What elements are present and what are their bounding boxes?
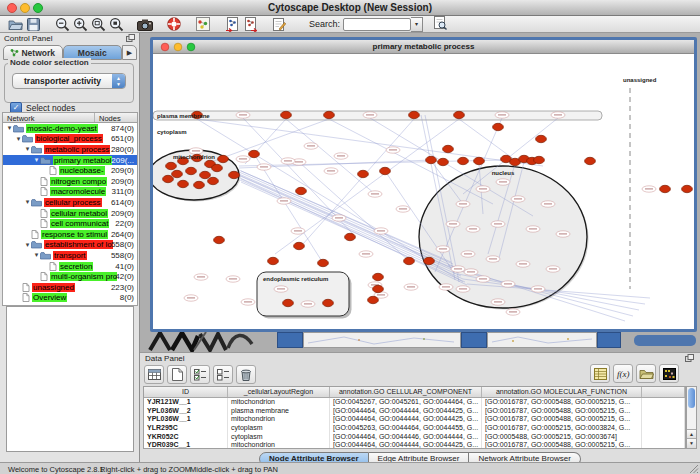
- search-input[interactable]: [343, 18, 411, 31]
- formula-builder-icon[interactable]: f(x): [613, 364, 633, 383]
- node-color-dropdown[interactable]: transporter activity ▲▼: [12, 73, 126, 89]
- search-dropdown-arrow-icon[interactable]: ▾: [411, 17, 423, 32]
- minimize-icon[interactable]: [174, 43, 183, 52]
- selected-gene-node[interactable]: [373, 285, 384, 292]
- selected-gene-node[interactable]: [323, 299, 334, 306]
- selected-gene-node[interactable]: [443, 145, 454, 152]
- table-row[interactable]: YLR295Ccytoplasm[GO:0045263, GO:0044464,…: [144, 424, 685, 433]
- network-canvas[interactable]: plasma membranecytoplasmmitochondrionnuc…: [153, 54, 694, 329]
- save-icon[interactable]: [25, 16, 41, 32]
- background-window-fragment[interactable]: [487, 332, 597, 348]
- tree-column-network[interactable]: Network: [3, 113, 95, 122]
- tab-overflow-arrow[interactable]: ▶: [122, 45, 137, 60]
- selected-gene-node[interactable]: [212, 164, 223, 171]
- table-scrollbar[interactable]: ▲ ▼: [686, 386, 697, 449]
- selected-gene-node[interactable]: [318, 259, 329, 266]
- selected-gene-node[interactable]: [208, 177, 219, 184]
- zoom-in-icon[interactable]: [72, 16, 88, 32]
- tree-item[interactable]: ▾cellular process614(0): [3, 197, 137, 208]
- table-column-header[interactable]: annotation.GO MOLECULAR_FUNCTION: [482, 387, 642, 397]
- tree-item[interactable]: nucleobase-209(0): [3, 165, 137, 176]
- table-row[interactable]: YDR039C__1mitochondrion[GO:0044464, GO:0…: [144, 441, 685, 449]
- export-network-icon[interactable]: [242, 16, 258, 32]
- selected-gene-node[interactable]: [324, 111, 335, 118]
- open-icon[interactable]: [7, 16, 23, 32]
- resize-grip-icon[interactable]: [689, 464, 699, 474]
- selected-gene-node[interactable]: [294, 242, 305, 249]
- selected-gene-node[interactable]: [194, 181, 205, 188]
- expand-arrow-icon[interactable]: ▾: [6, 124, 13, 132]
- close-window-button[interactable]: [7, 3, 17, 13]
- import-network-icon[interactable]: [224, 16, 240, 32]
- zoom-fit-icon[interactable]: [108, 16, 124, 32]
- tree-item[interactable]: macromolecule311(0): [3, 187, 137, 198]
- tree-item[interactable]: ▾establishment of lo558(0): [3, 240, 137, 251]
- tree-item[interactable]: nitrogen compo209(0): [3, 176, 137, 187]
- enhanced-search-icon[interactable]: [432, 14, 448, 30]
- zoom-selected-icon[interactable]: [90, 16, 106, 32]
- help-icon[interactable]: [166, 16, 182, 32]
- matrix-view-icon[interactable]: [659, 364, 679, 383]
- selected-gene-node[interactable]: [200, 171, 211, 178]
- import-table-icon[interactable]: [590, 364, 610, 383]
- selected-gene-node[interactable]: [458, 157, 469, 164]
- selected-gene-node[interactable]: [493, 123, 504, 130]
- selected-gene-node[interactable]: [166, 162, 177, 169]
- edge[interactable]: [197, 119, 463, 282]
- background-window-fragment[interactable]: [461, 332, 487, 348]
- tree-item[interactable]: cellular metabol209(0): [3, 208, 137, 219]
- selected-gene-node[interactable]: [424, 257, 435, 264]
- vizmapper-icon[interactable]: [195, 16, 211, 32]
- selected-gene-node[interactable]: [249, 150, 260, 157]
- selected-gene-node[interactable]: [186, 167, 197, 174]
- zoom-out-icon[interactable]: [54, 16, 70, 32]
- tree-item[interactable]: unassigned223(0): [3, 282, 137, 293]
- table-row[interactable]: YJR121W__1mitochondrion[GO:0045267, GO:0…: [144, 398, 685, 407]
- tree-item[interactable]: ▾metabolic process280(0): [3, 144, 137, 155]
- close-icon[interactable]: [161, 43, 170, 52]
- float-panel-icon[interactable]: [685, 354, 694, 362]
- float-panel-icon[interactable]: [126, 34, 135, 42]
- selected-gene-node[interactable]: [218, 155, 229, 162]
- selected-gene-node[interactable]: [178, 180, 189, 187]
- compartment-plasma-membrane[interactable]: [153, 111, 602, 120]
- selected-gene-node[interactable]: [281, 111, 292, 118]
- birdseye-view-panel[interactable]: [6, 306, 134, 452]
- maximize-icon[interactable]: [187, 43, 196, 52]
- table-column-header[interactable]: annotation.GO CELLULAR_COMPONENT: [330, 387, 482, 397]
- edge[interactable]: [286, 119, 375, 194]
- delete-attribute-icon[interactable]: [236, 365, 256, 384]
- background-window-fragment[interactable]: [597, 332, 621, 348]
- selected-gene-node[interactable]: [368, 296, 379, 303]
- selected-gene-node[interactable]: [296, 187, 307, 194]
- tree-item[interactable]: ▾transport558(0): [3, 250, 137, 261]
- selected-gene-node[interactable]: [534, 156, 545, 163]
- tree-item[interactable]: Overview8(0): [3, 293, 137, 304]
- expand-arrow-icon[interactable]: ▾: [24, 145, 31, 153]
- expand-arrow-icon[interactable]: ▾: [33, 156, 40, 164]
- selected-gene-node[interactable]: [585, 157, 596, 164]
- tree-item[interactable]: ▾biological_process651(0): [3, 134, 137, 145]
- scroll-down-icon[interactable]: ▼: [687, 438, 696, 448]
- selected-gene-node[interactable]: [426, 156, 437, 163]
- background-window-fragment[interactable]: [303, 332, 461, 348]
- table-column-header[interactable]: [642, 387, 685, 397]
- network-window-titlebar[interactable]: primary metabolic process: [153, 40, 694, 54]
- expand-arrow-icon[interactable]: ▾: [24, 198, 31, 206]
- selected-gene-node[interactable]: [454, 111, 465, 118]
- select-attributes-icon[interactable]: [190, 365, 210, 384]
- selected-gene-node[interactable]: [474, 157, 485, 164]
- background-window-fragment[interactable]: [277, 332, 303, 348]
- scrollbar-thumb[interactable]: [688, 388, 695, 408]
- minimize-window-button[interactable]: [20, 3, 30, 13]
- selected-gene-node[interactable]: [283, 299, 294, 306]
- unselect-attributes-icon[interactable]: [213, 365, 233, 384]
- tree-item[interactable]: ▾mosaic-demo-yeast874(0): [3, 123, 137, 134]
- expand-arrow-icon[interactable]: ▾: [24, 241, 31, 249]
- background-window-border-fragment[interactable]: [634, 335, 696, 346]
- selected-gene-node[interactable]: [172, 170, 183, 177]
- tree-item[interactable]: ▾primary metabol209(...: [3, 155, 137, 166]
- selected-gene-node[interactable]: [438, 158, 449, 165]
- table-column-header[interactable]: ID: [144, 387, 228, 397]
- tree-column-nodes[interactable]: Nodes: [95, 113, 121, 122]
